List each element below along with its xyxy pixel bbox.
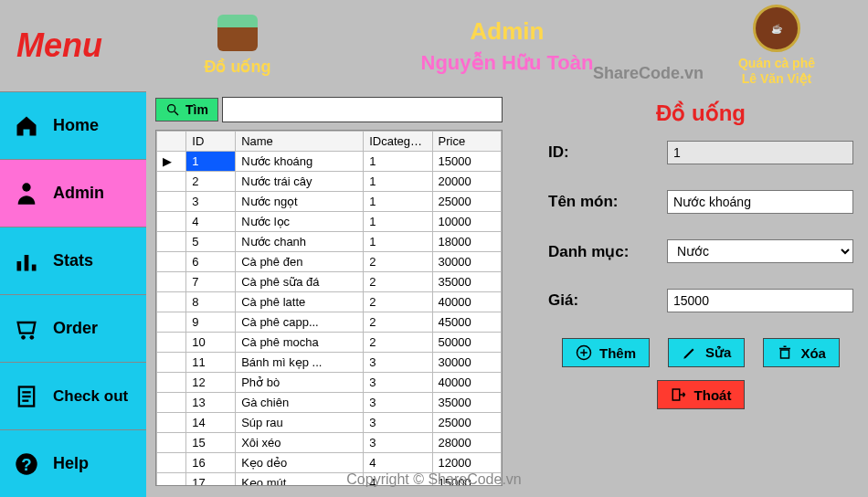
cell-category[interactable]: 2: [364, 312, 432, 333]
cell-price[interactable]: 30000: [432, 353, 501, 373]
cell-id[interactable]: 13: [186, 393, 236, 413]
row-selector[interactable]: [157, 373, 186, 393]
cell-name[interactable]: Cà phê đen: [236, 252, 364, 272]
sidebar-item-admin[interactable]: Admin: [0, 159, 146, 227]
cell-name[interactable]: Cà phê mocha: [236, 333, 364, 353]
table-row[interactable]: 11Bánh mì kẹp ...330000: [157, 353, 502, 373]
price-field[interactable]: [667, 289, 853, 312]
table-row[interactable]: 10Cà phê mocha250000: [157, 333, 502, 353]
col-id[interactable]: ID: [186, 132, 236, 152]
table-row[interactable]: 6Cà phê đen230000: [157, 252, 502, 272]
cell-price[interactable]: 20000: [432, 172, 501, 192]
cell-category[interactable]: 2: [364, 333, 432, 353]
cell-name[interactable]: Nước trái cây: [236, 172, 364, 192]
table-row[interactable]: 7Cà phê sữa đá235000: [157, 272, 502, 292]
table-row[interactable]: 15Xôi xéo328000: [157, 433, 502, 453]
cell-name[interactable]: Kẹo dẻo: [236, 453, 364, 473]
cell-id[interactable]: 1: [186, 152, 236, 172]
cell-id[interactable]: 2: [186, 172, 236, 192]
row-selector[interactable]: [157, 252, 186, 272]
cell-category[interactable]: 3: [364, 353, 432, 373]
table-row[interactable]: 16Kẹo dẻo412000: [157, 453, 502, 473]
row-selector[interactable]: [157, 413, 186, 433]
cell-name[interactable]: Súp rau: [236, 413, 364, 433]
col-price[interactable]: Price: [432, 132, 501, 152]
row-selector[interactable]: [157, 232, 186, 252]
edit-button[interactable]: Sửa: [668, 338, 745, 367]
cell-category[interactable]: 1: [364, 232, 432, 252]
cell-price[interactable]: 18000: [432, 232, 501, 252]
cell-id[interactable]: 12: [186, 373, 236, 393]
col-idcategory[interactable]: IDcategory: [364, 132, 432, 152]
sidebar-item-home[interactable]: Home: [0, 91, 146, 159]
data-grid[interactable]: ID Name IDcategory Price ▶1Nước khoáng11…: [155, 130, 503, 486]
table-row[interactable]: 12Phở bò340000: [157, 373, 502, 393]
cell-category[interactable]: 1: [364, 192, 432, 212]
row-selector[interactable]: [157, 353, 186, 373]
row-selector[interactable]: [157, 272, 186, 292]
cell-price[interactable]: 50000: [432, 333, 501, 353]
cell-id[interactable]: 6: [186, 252, 236, 272]
cell-name[interactable]: Cà phê latte: [236, 292, 364, 312]
row-selector[interactable]: [157, 212, 186, 232]
search-button[interactable]: Tìm: [155, 98, 218, 122]
cell-category[interactable]: 3: [364, 433, 432, 453]
cell-price[interactable]: 10000: [432, 212, 501, 232]
cell-category[interactable]: 3: [364, 413, 432, 433]
cell-category[interactable]: 2: [364, 272, 432, 292]
cell-price[interactable]: 40000: [432, 292, 501, 312]
cell-name[interactable]: Bánh mì kẹp ...: [236, 353, 364, 373]
cell-name[interactable]: Nước ngọt: [236, 192, 364, 212]
cell-price[interactable]: 35000: [432, 272, 501, 292]
table-row[interactable]: 4Nước lọc110000: [157, 212, 502, 232]
cell-category[interactable]: 1: [364, 152, 432, 172]
cell-name[interactable]: Nước chanh: [236, 232, 364, 252]
table-row[interactable]: 13Gà chiên335000: [157, 393, 502, 413]
cell-id[interactable]: 9: [186, 312, 236, 333]
cell-name[interactable]: Kẹo mút: [236, 473, 364, 487]
table-row[interactable]: 14Súp rau325000: [157, 413, 502, 433]
col-name[interactable]: Name: [236, 132, 364, 152]
cell-price[interactable]: 28000: [432, 433, 501, 453]
cell-price[interactable]: 25000: [432, 192, 501, 212]
search-input[interactable]: [222, 97, 503, 122]
cell-price[interactable]: 30000: [432, 252, 501, 272]
sidebar-item-stats[interactable]: Stats: [0, 227, 146, 294]
cell-category[interactable]: 2: [364, 252, 432, 272]
table-row[interactable]: 9Cà phê capp...245000: [157, 312, 502, 333]
cell-id[interactable]: 15: [186, 433, 236, 453]
cell-id[interactable]: 10: [186, 333, 236, 353]
cell-id[interactable]: 5: [186, 232, 236, 252]
row-selector[interactable]: [157, 393, 186, 413]
cell-id[interactable]: 14: [186, 413, 236, 433]
cell-id[interactable]: 7: [186, 272, 236, 292]
sidebar-item-order[interactable]: Order: [0, 294, 146, 362]
cell-name[interactable]: Cà phê sữa đá: [236, 272, 364, 292]
table-row[interactable]: ▶1Nước khoáng115000: [157, 152, 502, 172]
row-selector[interactable]: [157, 192, 186, 212]
cell-price[interactable]: 15000: [432, 152, 501, 172]
row-selector[interactable]: [157, 172, 186, 192]
cell-price[interactable]: 25000: [432, 413, 501, 433]
cell-category[interactable]: 1: [364, 212, 432, 232]
cell-name[interactable]: Nước lọc: [236, 212, 364, 232]
cell-name[interactable]: Nước khoáng: [236, 152, 364, 172]
cell-id[interactable]: 11: [186, 353, 236, 373]
cell-name[interactable]: Cà phê capp...: [236, 312, 364, 333]
cell-id[interactable]: 3: [186, 192, 236, 212]
delete-button[interactable]: Xóa: [763, 338, 840, 367]
add-button[interactable]: Thêm: [562, 338, 650, 367]
cell-category[interactable]: 4: [364, 453, 432, 473]
table-row[interactable]: 2Nước trái cây120000: [157, 172, 502, 192]
sidebar-item-help[interactable]: ? Help: [0, 429, 146, 497]
exit-button[interactable]: Thoát: [657, 380, 746, 409]
table-row[interactable]: 5Nước chanh118000: [157, 232, 502, 252]
row-selector[interactable]: [157, 312, 186, 333]
cell-name[interactable]: Phở bò: [236, 373, 364, 393]
cell-id[interactable]: 16: [186, 453, 236, 473]
cell-name[interactable]: Gà chiên: [236, 393, 364, 413]
cell-category[interactable]: 1: [364, 172, 432, 192]
row-selector[interactable]: [157, 473, 186, 487]
cell-category[interactable]: 2: [364, 292, 432, 312]
category-select[interactable]: Nước: [667, 239, 853, 263]
